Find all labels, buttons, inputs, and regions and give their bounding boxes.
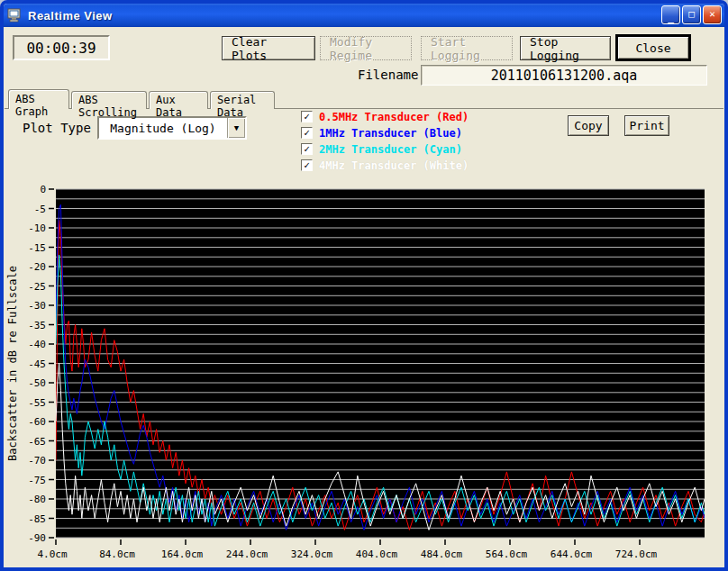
stop-logging-button[interactable]: Stop Logging: [520, 36, 611, 60]
plot-type-value: Magnitude (Log): [99, 118, 227, 138]
svg-text:-65: -65: [28, 436, 46, 448]
svg-text:324.0cm: 324.0cm: [291, 548, 333, 560]
window-title: Realtime View: [28, 9, 113, 23]
maximize-button[interactable]: □: [682, 5, 701, 24]
svg-text:4.0cm: 4.0cm: [37, 548, 67, 560]
transducer-checkbox-4mhz[interactable]: ✓: [301, 159, 313, 171]
svg-text:-75: -75: [28, 475, 46, 486]
svg-text:-55: -55: [28, 397, 46, 409]
check-icon: ✓: [304, 112, 310, 122]
svg-text:-80: -80: [28, 494, 46, 505]
svg-text:84.0cm: 84.0cm: [99, 548, 135, 560]
dropdown-button[interactable]: ▼: [227, 118, 245, 138]
svg-text:-60: -60: [28, 416, 46, 428]
svg-text:-45: -45: [28, 358, 46, 370]
tab-aux-data[interactable]: Aux Data: [149, 91, 208, 109]
print-button[interactable]: Print: [624, 115, 669, 136]
app-icon: [7, 8, 23, 23]
transducer-label-0.5mhz: 0.5MHz Transducer (Red): [319, 111, 469, 123]
chart-region: 0-5-10-15-20-25-30-35-40-45-50-55-60-65-…: [4, 176, 724, 567]
svg-text:0: 0: [40, 184, 46, 195]
filename-label: Filename: [358, 68, 418, 82]
svg-text:164.0cm: 164.0cm: [161, 548, 204, 560]
svg-text:-70: -70: [28, 455, 46, 467]
client-area: 00:00:39 Clear Plots Modify Regime Start…: [4, 27, 724, 567]
start-logging-button: Start Logging: [421, 36, 513, 60]
maximize-icon: □: [688, 9, 695, 19]
svg-text:-25: -25: [28, 281, 46, 293]
svg-text:564.0cm: 564.0cm: [486, 548, 528, 560]
close-window-button[interactable]: ✕: [703, 5, 722, 24]
svg-text:484.0cm: 484.0cm: [421, 548, 463, 560]
transducer-label-1mhz: 1MHz Transducer (Blue): [319, 127, 462, 140]
svg-text:-15: -15: [28, 242, 46, 254]
transducer-checkbox-1mhz[interactable]: ✓: [301, 127, 313, 139]
svg-text:-20: -20: [28, 261, 46, 273]
copy-button[interactable]: Copy: [568, 115, 609, 136]
tab-serial-data[interactable]: Serial Data: [210, 91, 275, 109]
abs-graph-chart: 0-5-10-15-20-25-30-35-40-45-50-55-60-65-…: [4, 176, 724, 567]
svg-text:-10: -10: [28, 222, 46, 234]
svg-text:Backscatter in dB re Fullscale: Backscatter in dB re Fullscale: [6, 266, 19, 461]
plot-type-dropdown[interactable]: Magnitude (Log) ▼: [97, 116, 247, 140]
svg-text:244.0cm: 244.0cm: [226, 548, 268, 560]
titlebar[interactable]: Realtime View _ □ ✕: [4, 4, 724, 27]
svg-text:-85: -85: [28, 513, 46, 525]
check-icon: ✓: [304, 128, 310, 138]
svg-text:404.0cm: 404.0cm: [356, 548, 398, 560]
transducer-label-2mhz: 2MHz Transducer (Cyan): [319, 143, 462, 156]
close-icon: ✕: [709, 9, 715, 19]
filename-field[interactable]: 20110106131200.aqa: [421, 65, 707, 86]
chevron-down-icon: ▼: [234, 123, 239, 132]
clear-plots-button[interactable]: Clear Plots: [222, 36, 315, 60]
svg-text:724.0cm: 724.0cm: [615, 548, 658, 560]
svg-text:-35: -35: [28, 320, 46, 331]
svg-text:-90: -90: [28, 532, 46, 544]
transducer-checkbox-0.5mhz[interactable]: ✓: [301, 111, 313, 122]
check-icon: ✓: [304, 144, 310, 154]
plot-type-label: Plot Type: [23, 121, 91, 135]
svg-text:644.0cm: 644.0cm: [551, 548, 593, 560]
svg-text:-50: -50: [28, 377, 46, 389]
svg-text:-5: -5: [34, 204, 46, 215]
transducer-label-4mhz: 4MHz Transducer (White): [319, 159, 469, 172]
tab-abs-scrolling[interactable]: ABS Scrolling: [71, 91, 147, 109]
close-button[interactable]: Close: [615, 34, 691, 61]
realtime-view-window: Realtime View _ □ ✕ 00:00:39 Clear Plots…: [0, 0, 728, 571]
tabstrip: ABS Graph ABS Scrolling Aux Data Serial …: [5, 89, 723, 109]
minimize-icon: _: [668, 13, 674, 23]
modify-regime-button: Modify Regime: [320, 36, 412, 60]
svg-text:-40: -40: [28, 339, 46, 350]
tab-abs-graph[interactable]: ABS Graph: [8, 89, 69, 109]
minimize-button[interactable]: _: [661, 5, 680, 24]
elapsed-time-display: 00:00:39: [13, 35, 110, 60]
svg-text:-30: -30: [28, 300, 46, 312]
check-icon: ✓: [304, 160, 310, 170]
transducer-checkbox-2mhz[interactable]: ✓: [301, 143, 313, 155]
